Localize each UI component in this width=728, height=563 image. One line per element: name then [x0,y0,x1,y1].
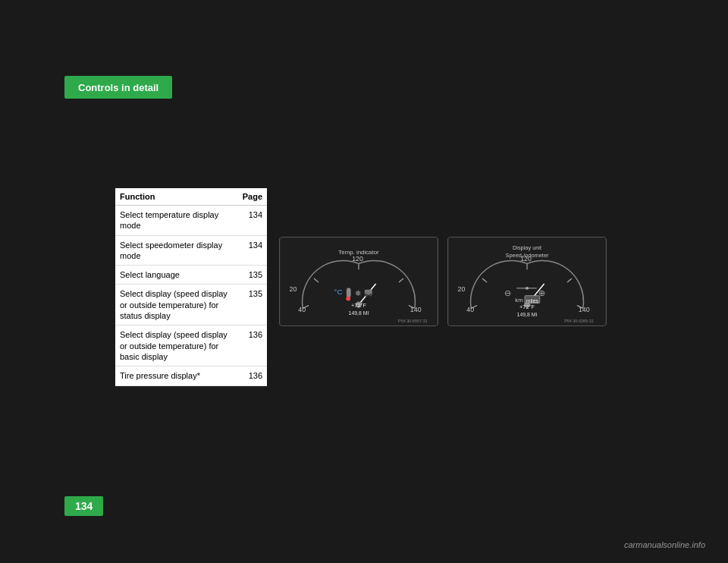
svg-text:40: 40 [298,306,306,313]
table-cell-function: Tire pressure display* [115,366,238,385]
svg-text:140: 140 [410,306,422,313]
svg-text:❄: ❄ [355,289,361,297]
table-cell-function: Select temperature display mode [115,206,238,236]
svg-text:140: 140 [579,306,590,313]
svg-text:149,8 MI: 149,8 MI [517,312,538,317]
function-table: Function Page Select temperature display… [115,188,267,386]
svg-text:149,8 MI: 149,8 MI [349,310,369,316]
svg-text:P54 30-6557-31: P54 30-6557-31 [398,319,428,323]
svg-text:40: 40 [466,306,474,313]
table-row: Tire pressure display*136 [115,366,267,385]
table-cell-page: 135 [238,266,267,285]
svg-text:Display unit: Display unit [513,244,541,251]
table-cell-page: 134 [238,235,267,266]
table-row: Select display (speed display or outside… [115,326,267,366]
gauge-left-container: 40 120 140 20 Temp. indicator °C ❄ [279,237,437,328]
col-function-header: Function [115,188,238,206]
svg-text:120: 120 [352,255,363,263]
svg-rect-14 [347,288,350,297]
table-cell-page: 135 [238,285,267,326]
table-cell-page: 136 [238,326,267,366]
page-number-badge: 134 [64,496,103,516]
table-cell-function: Select display (speed display or outside… [115,285,238,326]
table-cell-page: 136 [238,366,267,385]
svg-text:Temp. indicator: Temp. indicator [338,249,379,256]
table-row: Select display (speed display or outside… [115,285,267,326]
table-row: Select temperature display mode134 [115,206,267,236]
col-page-header: Page [238,188,267,206]
svg-point-19 [369,294,372,297]
svg-text:Speed-/odometer: Speed-/odometer [506,252,549,259]
table-cell-function: Select speedometer display mode [115,235,238,266]
table-row: Select speedometer display mode134 [115,235,267,266]
table-cell-function: Select language [115,266,238,285]
svg-text:+72°F: +72°F [351,302,366,309]
header-title: Controls in detail [78,82,158,93]
gauge-right: 40 120 140 20 Display unit Speed-/odomet… [447,237,607,326]
svg-point-15 [346,297,350,301]
svg-point-39 [526,287,529,290]
watermark: carmanualsonline.info [624,540,705,549]
table-cell-page: 134 [238,206,267,236]
svg-text:⊖: ⊖ [504,288,511,297]
gauge-right-container: 40 120 140 20 Display unit Speed-/odomet… [447,237,607,328]
svg-point-18 [365,294,368,297]
function-table-container: Function Page Select temperature display… [115,188,267,386]
header-banner: Controls in detail [64,76,172,99]
gauge-left: 40 120 140 20 Temp. indicator °C ❄ [279,237,438,326]
svg-text:miles: miles [526,298,539,304]
table-cell-function: Select display (speed display or outside… [115,326,238,366]
svg-text:+72°F: +72°F [519,304,535,310]
table-row: Select language135 [115,266,267,285]
svg-text:20: 20 [290,285,297,293]
svg-text:P54 30-0265-31: P54 30-0265-31 [564,319,594,323]
svg-text:20: 20 [458,285,466,293]
svg-text:km: km [515,297,523,304]
svg-text:°C: °C [334,288,343,296]
page: Controls in detail Function Page Select … [0,0,728,563]
